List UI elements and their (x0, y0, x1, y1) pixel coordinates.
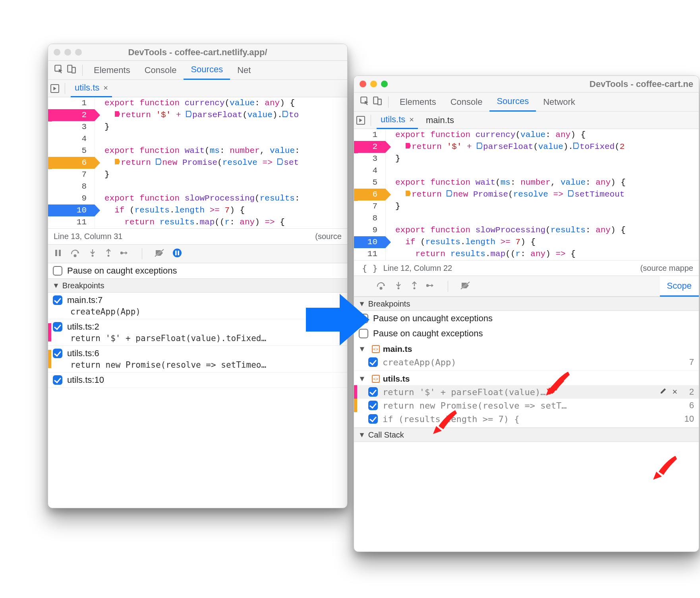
breakpoint-item[interactable]: utils.ts:10 (48, 372, 347, 388)
callout-arrow-icon (431, 407, 460, 436)
devtools-tabs: Elements Console Sources Network (354, 93, 699, 112)
checkbox[interactable] (368, 401, 378, 410)
close-icon[interactable]: × (103, 83, 108, 93)
debugger-toolbar (48, 244, 347, 263)
checkbox[interactable] (368, 414, 378, 424)
pause-uncaught-label: Pause on uncaught exceptions (373, 313, 493, 324)
step-out-icon[interactable] (410, 281, 418, 292)
window-title: DevTools - coffee-cart.netlify.app/ (48, 47, 347, 58)
svg-point-5 (74, 255, 76, 257)
svg-point-7 (108, 255, 110, 257)
file-tab-utils[interactable]: utils.ts × (71, 80, 112, 97)
svg-rect-2 (72, 68, 75, 73)
remove-icon[interactable]: × (672, 387, 677, 397)
editor-status: Line 13, Column 31(source (48, 228, 347, 244)
navigator-icon[interactable] (50, 84, 59, 93)
breakpoints-header[interactable]: ▼Breakpoints (354, 297, 699, 311)
gutter-flag-orange (48, 157, 52, 169)
gutter-flag-pink (354, 141, 358, 153)
bp-group-utils[interactable]: ▼<>utils.ts return '$' + parseFloat(valu… (354, 371, 699, 428)
svg-point-20 (427, 284, 429, 286)
step-over-icon[interactable] (376, 281, 387, 292)
callout-arrow-icon (652, 453, 680, 481)
svg-point-17 (380, 287, 382, 289)
file-tabs: utils.ts × (48, 80, 347, 97)
editor-status: { }Line 12, Column 22(source mappe (354, 260, 699, 276)
file-tab-main[interactable]: main.ts (422, 112, 458, 129)
svg-point-18 (398, 287, 400, 289)
svg-point-19 (414, 287, 416, 289)
svg-rect-12 (175, 251, 177, 255)
svg-rect-13 (178, 251, 180, 255)
gutter-flag-pink (48, 110, 52, 122)
pause-caught-label: Pause on caught exceptions (67, 266, 177, 276)
pretty-print-icon[interactable]: { } (360, 263, 380, 273)
svg-rect-1 (68, 65, 72, 72)
svg-rect-3 (55, 250, 57, 256)
svg-rect-16 (378, 99, 381, 105)
pause-uncaught-row[interactable]: Pause on uncaught exceptions (354, 311, 699, 326)
devtools-tabs: Elements Console Sources Net (48, 61, 347, 80)
deactivate-bp-icon[interactable] (460, 281, 470, 292)
checkbox[interactable] (53, 295, 62, 305)
tab-console[interactable]: Console (137, 61, 184, 80)
tab-console[interactable]: Console (443, 93, 490, 112)
step-into-icon[interactable] (89, 249, 97, 259)
device-icon[interactable] (372, 96, 383, 108)
file-tab-utils[interactable]: utils.ts × (377, 112, 418, 129)
ts-file-icon: <> (372, 375, 380, 383)
checkbox[interactable] (368, 387, 378, 397)
pause-caught-row[interactable]: Pause on caught exceptions (354, 326, 699, 341)
navigator-icon[interactable] (356, 116, 365, 125)
step-out-icon[interactable] (104, 249, 112, 259)
step-icon[interactable] (426, 281, 436, 292)
tab-elements[interactable]: Elements (87, 61, 137, 80)
step-into-icon[interactable] (394, 281, 402, 292)
tab-network[interactable]: Net (230, 61, 258, 80)
window-title: DevTools - coffee-cart.ne (590, 79, 693, 89)
svg-rect-15 (373, 97, 378, 104)
svg-point-8 (121, 252, 123, 254)
inspect-icon[interactable] (54, 64, 64, 76)
pause-caught-label: Pause on caught exceptions (373, 328, 483, 339)
code-editor[interactable]: 1export function currency(value: any) { … (48, 97, 347, 228)
code-editor[interactable]: 1export function currency(value: any) { … (354, 129, 699, 260)
close-icon[interactable]: × (409, 115, 414, 124)
tab-sources[interactable]: Sources (489, 93, 536, 112)
tab-sources[interactable]: Sources (184, 61, 230, 80)
checkbox[interactable] (53, 266, 62, 276)
step-icon[interactable] (120, 249, 130, 259)
callstack-header[interactable]: ▼Call Stack (354, 428, 699, 442)
step-over-icon[interactable] (70, 249, 81, 259)
transition-arrow-icon (302, 288, 373, 351)
svg-point-11 (173, 249, 182, 257)
tab-network[interactable]: Network (536, 93, 582, 112)
checkbox[interactable] (53, 349, 62, 358)
svg-rect-4 (59, 250, 61, 256)
inspect-icon[interactable] (360, 96, 370, 108)
checkbox[interactable] (53, 375, 62, 385)
tab-elements[interactable]: Elements (393, 93, 443, 112)
device-icon[interactable] (66, 64, 77, 76)
svg-point-6 (92, 255, 94, 257)
pause-caught-row[interactable]: Pause on caught exceptions (48, 263, 347, 278)
edit-icon[interactable] (659, 387, 667, 397)
gutter-flag-orange (354, 189, 358, 201)
scope-tab[interactable]: Scope (660, 276, 699, 297)
callout-arrow-icon (544, 368, 573, 397)
checkbox[interactable] (368, 357, 378, 367)
traffic-lights-dim (54, 49, 82, 56)
bp-group-main[interactable]: ▼<>main.ts createApp(App) 7 (354, 341, 699, 371)
checkbox[interactable] (53, 322, 62, 332)
pause-exceptions-icon[interactable] (172, 248, 182, 260)
debugger-toolbar: Scope (354, 276, 699, 297)
file-tabs: utils.ts × main.ts (354, 112, 699, 129)
traffic-lights[interactable] (360, 81, 388, 87)
deactivate-bp-icon[interactable] (154, 249, 164, 259)
pause-icon[interactable] (54, 249, 62, 259)
